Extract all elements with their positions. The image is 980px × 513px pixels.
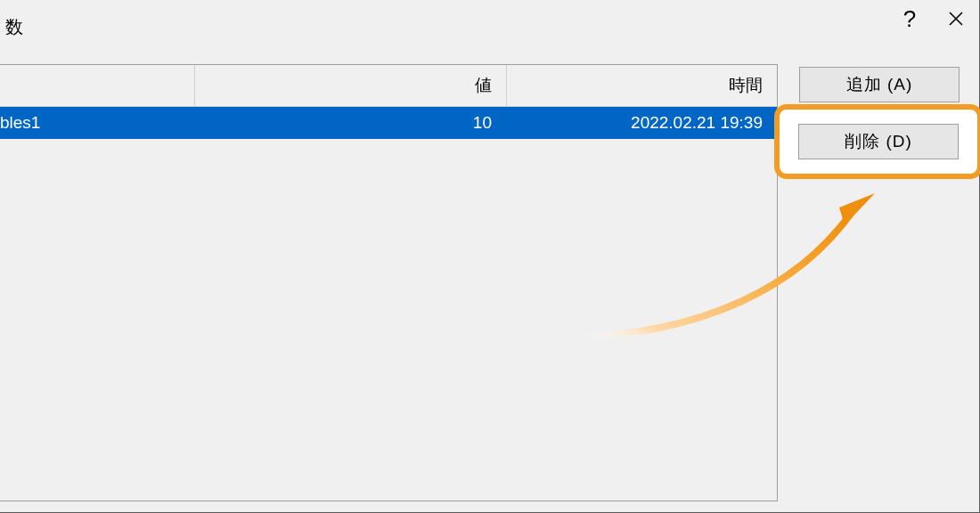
help-icon: ? <box>903 5 916 33</box>
delete-button[interactable]: 削除 (D) <box>798 124 959 159</box>
table-pane: 値 時間 bles1 10 2022.02.21 19:39 <box>0 64 778 501</box>
close-icon <box>949 12 963 26</box>
dialog-title: 数 <box>0 15 23 39</box>
dialog-window: 数 ? 値 時間 bles1 <box>0 0 980 513</box>
titlebar: 数 ? <box>0 0 979 53</box>
cell-time: 2022.02.21 19:39 <box>506 107 777 140</box>
sidebar: 追加 (A) 削除 (D) <box>790 64 968 501</box>
table-row[interactable]: bles1 10 2022.02.21 19:39 <box>0 107 777 140</box>
cell-name: bles1 <box>0 107 194 140</box>
col-name[interactable] <box>0 65 194 107</box>
close-button[interactable] <box>933 0 979 37</box>
table-header-row: 値 時間 <box>0 65 777 107</box>
cell-value: 10 <box>194 107 506 140</box>
add-button[interactable]: 追加 (A) <box>799 67 960 102</box>
col-value[interactable]: 値 <box>194 65 506 107</box>
variables-table: 値 時間 bles1 10 2022.02.21 19:39 <box>0 65 777 139</box>
col-time[interactable]: 時間 <box>506 65 777 107</box>
titlebar-controls: ? <box>886 0 979 53</box>
annotation-highlight: 削除 (D) <box>774 104 980 179</box>
help-button[interactable]: ? <box>886 0 933 37</box>
dialog-content: 値 時間 bles1 10 2022.02.21 19:39 追加 (A) 削除… <box>0 53 979 512</box>
